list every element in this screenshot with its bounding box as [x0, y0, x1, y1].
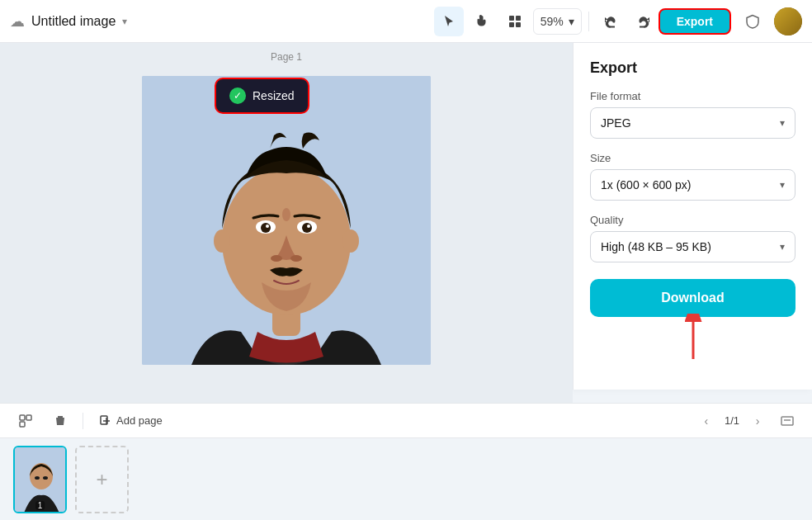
quality-select[interactable]: High (48 KB – 95 KB) ▾ — [590, 231, 795, 262]
svg-rect-0 — [509, 16, 514, 21]
avatar[interactable] — [774, 7, 802, 35]
download-container: Download — [590, 276, 795, 317]
cloud-icon: ☁ — [10, 12, 25, 31]
file-format-select[interactable]: JPEG ▾ — [590, 107, 795, 139]
portrait-svg — [142, 76, 431, 365]
bottom-separator — [83, 413, 83, 429]
add-page-button[interactable]: Add page — [93, 411, 169, 430]
file-format-value: JPEG — [601, 116, 631, 130]
expand-button[interactable] — [776, 409, 799, 433]
size-label: Size — [590, 152, 795, 164]
file-format-chevron-icon: ▾ — [780, 117, 785, 129]
doc-title: Untitled image — [31, 14, 116, 29]
resized-toast-text: Resized — [253, 89, 295, 102]
svg-point-18 — [342, 229, 359, 253]
file-format-label: File format — [590, 90, 795, 102]
page-label: Page 1 — [271, 51, 302, 63]
svg-rect-2 — [509, 22, 514, 27]
redo-button[interactable] — [629, 7, 659, 36]
undo-button[interactable] — [596, 7, 626, 36]
export-panel-title: Export — [590, 59, 795, 77]
svg-rect-1 — [516, 16, 521, 21]
size-group: Size 1x (600 × 600 px) ▾ — [590, 152, 795, 201]
svg-rect-23 — [20, 422, 25, 427]
svg-point-14 — [307, 225, 310, 228]
check-circle-icon: ✓ — [229, 87, 246, 104]
svg-point-8 — [282, 208, 290, 221]
svg-point-11 — [261, 223, 271, 233]
download-button[interactable]: Download — [590, 279, 795, 317]
svg-rect-3 — [516, 22, 521, 27]
avatar-image — [774, 7, 802, 35]
header-left: ☁ Untitled image ▾ — [10, 12, 434, 31]
thumbnail-1[interactable]: 1 — [13, 446, 67, 513]
svg-point-12 — [302, 223, 312, 233]
trash-button[interactable] — [48, 409, 73, 433]
zoom-value: 59% — [541, 15, 564, 28]
svg-rect-21 — [20, 415, 25, 420]
quality-group: Quality High (48 KB – 95 KB) ▾ — [590, 214, 795, 262]
svg-point-15 — [271, 255, 282, 262]
toolbar-separator — [588, 12, 589, 31]
frames-button[interactable] — [13, 409, 38, 433]
content-wrapper: Page 1 ✓ Resized — [0, 43, 812, 403]
size-value: 1x (600 × 600 px) — [601, 178, 691, 191]
thumbnails-strip: 1 + — [0, 437, 812, 520]
layout-tool-button[interactable] — [500, 7, 530, 36]
resized-toast: ✓ Resized — [215, 78, 309, 114]
export-button[interactable]: Export — [659, 8, 731, 35]
red-arrow-annotation — [677, 314, 710, 362]
zoom-control[interactable]: 59% ▾ — [533, 8, 582, 35]
cursor-tool-button[interactable] — [434, 7, 464, 36]
prev-page-button[interactable]: ‹ — [695, 409, 718, 433]
page-indicator: 1/1 — [725, 414, 739, 427]
header: ☁ Untitled image ▾ 59% ▾ Export — [0, 0, 812, 43]
canvas-area: Page 1 ✓ Resized — [0, 43, 573, 403]
svg-point-13 — [266, 225, 269, 228]
title-chevron-icon[interactable]: ▾ — [122, 16, 127, 27]
zoom-chevron-icon: ▾ — [569, 15, 574, 28]
svg-point-28 — [35, 476, 40, 480]
hand-tool-button[interactable] — [467, 7, 497, 36]
add-thumbnail-button[interactable]: + — [75, 446, 129, 513]
header-right: Export — [659, 7, 802, 36]
next-page-button[interactable]: › — [746, 409, 769, 433]
header-tools: 59% ▾ — [434, 7, 659, 36]
shield-button[interactable] — [738, 7, 767, 36]
svg-rect-22 — [26, 415, 31, 420]
quality-value: High (48 KB – 95 KB) — [601, 240, 711, 253]
svg-point-16 — [290, 255, 302, 262]
export-panel: Export File format JPEG ▾ Size 1x (600 ×… — [573, 43, 812, 390]
quality-chevron-icon: ▾ — [780, 241, 785, 253]
add-page-label: Add page — [116, 414, 163, 427]
svg-point-17 — [214, 229, 230, 253]
size-select[interactable]: 1x (600 × 600 px) ▾ — [590, 169, 795, 201]
bottom-toolbar: Add page ‹ 1/1 › — [0, 403, 812, 437]
size-chevron-icon: ▾ — [780, 179, 785, 191]
quality-label: Quality — [590, 214, 795, 226]
thumb-number: 1 — [35, 501, 45, 510]
canvas-image — [142, 76, 431, 365]
svg-rect-25 — [781, 417, 793, 425]
svg-point-29 — [43, 476, 48, 480]
file-format-group: File format JPEG ▾ — [590, 90, 795, 139]
svg-point-27 — [30, 463, 53, 489]
page-nav: ‹ 1/1 › — [695, 409, 799, 433]
